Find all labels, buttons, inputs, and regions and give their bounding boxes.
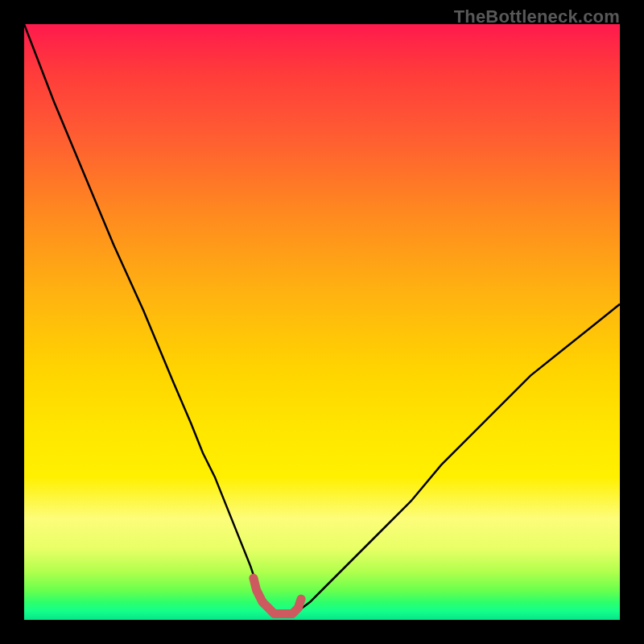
attribution-label: TheBottleneck.com — [454, 6, 620, 27]
chart-frame: TheBottleneck.com — [0, 0, 644, 644]
bottleneck-curve-path — [24, 24, 620, 614]
bottleneck-curve-svg — [24, 24, 620, 620]
chart-plot-area — [24, 24, 620, 620]
optimal-range-highlight-path — [254, 578, 301, 613]
